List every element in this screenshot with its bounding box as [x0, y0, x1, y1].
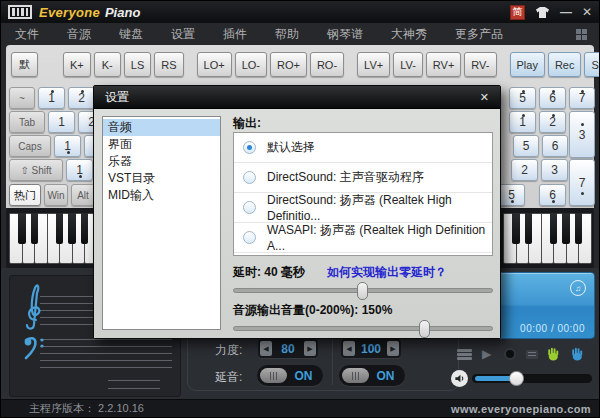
note-key[interactable]: 1	[38, 87, 65, 109]
output-option-default[interactable]: 默认选择	[234, 133, 492, 163]
layout-grid-icon[interactable]	[576, 29, 589, 40]
playlist-icon[interactable]	[457, 349, 472, 360]
ro-plus-button[interactable]: RO+	[270, 52, 307, 77]
note-key[interactable]: 5	[509, 87, 536, 109]
latency-slider-thumb[interactable]	[357, 282, 368, 300]
key-alt[interactable]: Alt	[71, 184, 95, 206]
record-icon[interactable]	[504, 348, 516, 360]
dialog-title-bar[interactable]: 设置 ✕	[94, 86, 500, 109]
octave-dot-above	[581, 90, 584, 93]
note-key[interactable]: 1	[509, 111, 536, 133]
key-down-button[interactable]: K-	[94, 52, 121, 77]
sustain-toggle-right[interactable]: ON	[339, 365, 405, 386]
key-win[interactable]: Win	[44, 184, 68, 206]
nav-item-audio[interactable]: 音频	[103, 119, 220, 136]
note-key[interactable]: 6	[542, 135, 568, 157]
stepper-left-arrow-icon[interactable]: ◀	[343, 341, 355, 356]
source-volume-slider-thumb[interactable]	[419, 320, 430, 338]
stepper-right-arrow-icon[interactable]: ▶	[304, 341, 316, 356]
note-key[interactable]: 7	[569, 159, 595, 206]
menu-more-products[interactable]: 更多产品	[441, 26, 517, 43]
note-key[interactable]: 5	[498, 184, 525, 206]
source-volume-slider[interactable]	[233, 326, 493, 331]
nav-item-interface[interactable]: 界面	[103, 136, 220, 153]
menu-master-show[interactable]: 大神秀	[377, 26, 441, 43]
lo-minus-button[interactable]: LO-	[235, 52, 267, 77]
language-badge[interactable]: 简	[510, 5, 525, 20]
play-icon[interactable]: ▶	[482, 348, 491, 360]
rv-minus-button[interactable]: RV-	[464, 52, 496, 77]
stepper-right-arrow-icon[interactable]: ▶	[387, 341, 399, 356]
ls-button[interactable]: LS	[124, 52, 151, 77]
note-key[interactable]: 2	[539, 111, 566, 133]
menu-piano-score[interactable]: 钢琴谱	[313, 26, 377, 43]
output-option-directsound-primary[interactable]: DirectSound: 主声音驱动程序	[234, 163, 492, 193]
stop-button[interactable]: Stop	[584, 52, 600, 77]
note-key[interactable]: 1	[48, 111, 75, 133]
nav-item-vst-directory[interactable]: VST目录	[103, 170, 220, 187]
skin-icon[interactable]	[535, 6, 550, 19]
radio-icon[interactable]	[243, 171, 256, 184]
note-key[interactable]: 3	[541, 159, 568, 181]
menu-plugins[interactable]: 插件	[209, 26, 261, 43]
rs-button[interactable]: RS	[154, 52, 183, 77]
radio-icon[interactable]	[243, 201, 256, 214]
note-key[interactable]: 1	[66, 159, 93, 181]
nav-item-instrument[interactable]: 乐器	[103, 153, 220, 170]
key-tab[interactable]: Tab	[9, 111, 45, 133]
note-key[interactable]: 6	[539, 184, 566, 206]
menu-keyboard[interactable]: 键盘	[105, 26, 157, 43]
lv-plus-button[interactable]: LV+	[357, 52, 390, 77]
toggle-grip	[260, 368, 287, 383]
key-caps[interactable]: Caps	[9, 135, 51, 157]
nav-item-midi-input[interactable]: MID输入	[103, 187, 220, 204]
sustain-toggle-left[interactable]: ON	[257, 365, 323, 386]
menu-help[interactable]: 帮助	[261, 26, 313, 43]
stepper-left-arrow-icon[interactable]: ◀	[260, 341, 272, 356]
key-hot[interactable]: 热门	[9, 184, 41, 206]
default-button[interactable]: 默	[11, 52, 38, 77]
output-option-wasapi-speakers[interactable]: WASAPI: 扬声器 (Realtek High Definition A..…	[234, 223, 492, 253]
note-key[interactable]: 5	[513, 135, 539, 157]
lv-minus-button[interactable]: LV-	[393, 52, 423, 77]
close-button[interactable]: ✕	[582, 6, 592, 18]
note-key[interactable]: 1	[54, 135, 81, 157]
note-key[interactable]: 3	[569, 111, 595, 158]
dialog-close-icon[interactable]: ✕	[480, 91, 489, 104]
output-option-directsound-speakers[interactable]: DirectSound: 扬声器 (Realtek High Definitio…	[234, 193, 492, 223]
right-hand-icon[interactable]	[570, 346, 585, 361]
rv-plus-button[interactable]: RV+	[426, 52, 462, 77]
speaker-icon[interactable]	[451, 370, 468, 387]
lo-plus-button[interactable]: LO+	[197, 52, 232, 77]
midi-display-icon[interactable]	[525, 349, 539, 360]
play-button[interactable]: Play	[510, 52, 545, 77]
key-tilde[interactable]: ~	[9, 87, 35, 109]
octave-dot-below	[67, 151, 70, 154]
radio-selected-icon[interactable]	[243, 141, 256, 154]
version-label: 主程序版本： 2.2.10.16	[29, 401, 144, 416]
piano-keys-left[interactable]	[9, 213, 97, 264]
note-key[interactable]: 2	[68, 87, 95, 109]
master-volume-slider[interactable]	[472, 374, 592, 383]
note-key[interactable]: 7	[569, 87, 595, 109]
latency-slider[interactable]	[233, 288, 493, 293]
rec-button[interactable]: Rec	[548, 52, 582, 77]
source-volume-label: 音源输出音量(0-200%): 150%	[233, 302, 392, 319]
note-key[interactable]: 6	[539, 87, 566, 109]
velocity-stepper-right[interactable]: ◀ 100 ▶	[341, 339, 401, 358]
velocity-stepper-left[interactable]: ◀ 80 ▶	[258, 339, 318, 358]
key-up-button[interactable]: K+	[63, 52, 91, 77]
piano-keys-right[interactable]	[503, 213, 591, 264]
left-hand-icon[interactable]	[546, 346, 561, 361]
menu-settings[interactable]: 设置	[157, 26, 209, 43]
radio-icon[interactable]	[243, 231, 256, 244]
treble-clef-icon	[22, 282, 48, 334]
note-key[interactable]: 2	[511, 159, 538, 181]
menu-file[interactable]: 文件	[1, 26, 53, 43]
minimize-button[interactable]: —	[560, 6, 572, 18]
ro-minus-button[interactable]: RO-	[310, 52, 344, 77]
zero-latency-link[interactable]: 如何实现输出零延时？	[327, 264, 447, 281]
key-shift[interactable]: ⇧ Shift	[9, 159, 63, 181]
volume-thumb[interactable]	[509, 371, 524, 386]
menu-sound-source[interactable]: 音源	[53, 26, 105, 43]
